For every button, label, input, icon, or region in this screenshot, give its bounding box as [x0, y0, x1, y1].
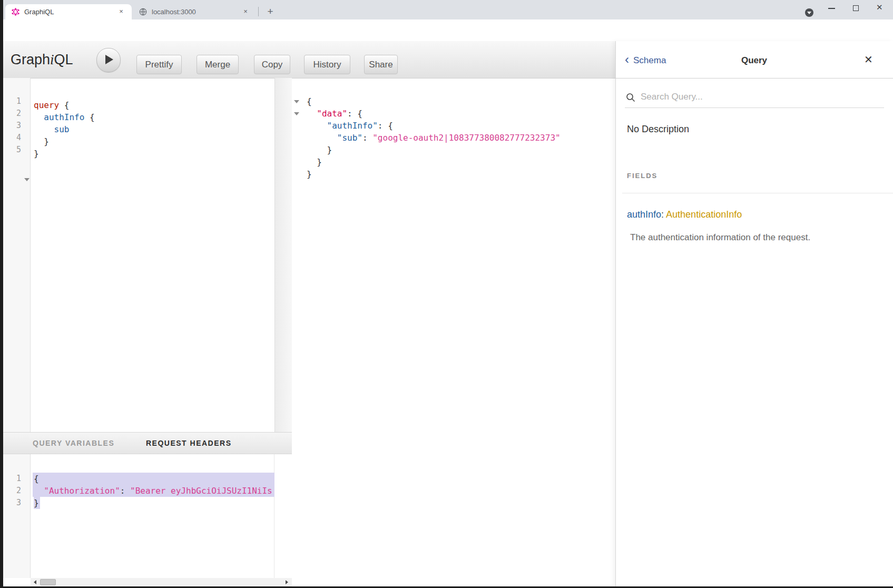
minimize-button[interactable] — [828, 8, 835, 9]
fold-arrow-icon[interactable] — [24, 178, 30, 181]
search-underline — [625, 107, 884, 108]
copy-button[interactable]: Copy — [254, 55, 290, 74]
tab-localhost[interactable]: localhost:3000 × — [133, 4, 257, 19]
chevron-down-icon — [807, 12, 811, 14]
fold-arrow-icon[interactable] — [294, 100, 299, 103]
code-line: } — [307, 156, 322, 168]
history-button[interactable]: History — [304, 55, 350, 74]
close-icon[interactable]: × — [117, 7, 125, 16]
code-line: } — [34, 148, 39, 160]
field-row: authInfo: AuthenticationInfo — [627, 209, 742, 220]
doc-explorer-header: ‹ Schema Query ✕ — [615, 41, 893, 79]
code-line: } — [34, 135, 49, 148]
tab-graphiql[interactable]: GraphiQL × — [5, 4, 132, 19]
line-number: 1 — [3, 95, 21, 107]
graphiql-logo: GraphiQL — [11, 51, 73, 68]
prettify-button[interactable]: Prettify — [136, 55, 182, 74]
execute-button[interactable] — [96, 48, 121, 72]
window-left-edge — [0, 0, 3, 588]
close-icon[interactable]: × — [241, 7, 250, 16]
line-number: 3 — [3, 120, 21, 132]
tab-separator — [258, 7, 259, 16]
play-icon — [105, 55, 113, 64]
line-number: 3 — [3, 497, 21, 509]
text-selection — [33, 473, 274, 485]
search-icon — [626, 93, 635, 102]
globe-icon — [139, 8, 147, 16]
code-line: "authInfo": { — [307, 120, 393, 132]
tab-request-headers[interactable]: REQUEST HEADERS — [146, 433, 232, 454]
doc-search-input[interactable] — [640, 90, 868, 104]
no-description-text: No Description — [627, 124, 689, 135]
line-number: 4 — [3, 132, 21, 144]
code-line: "Authorization": "Bearer eyJhbGciOiJSUzI… — [34, 485, 272, 497]
field-name-link[interactable]: authInfo — [627, 209, 661, 220]
line-number: 5 — [3, 144, 21, 156]
browser-toolbar: ← → ↻ localhost:3000 P ✚ — [0, 19, 893, 41]
line-number: 2 — [3, 485, 21, 497]
merge-button[interactable]: Merge — [197, 55, 239, 74]
graphql-logo-icon — [12, 8, 19, 16]
code-line: } — [307, 168, 312, 180]
query-editor[interactable]: query { authInfo { sub } } — [34, 78, 273, 432]
fields-heading: FIELDS — [627, 172, 658, 180]
code-line: } — [307, 144, 332, 156]
field-separator: : — [661, 209, 666, 220]
tab-search-button[interactable] — [805, 8, 813, 17]
close-icon[interactable]: ✕ — [864, 53, 873, 66]
tab-title: localhost:3000 — [152, 4, 196, 19]
request-headers-editor[interactable]: { "Authorization": "Bearer eyJhbGciOiJSU… — [31, 454, 274, 578]
horizontal-scrollbar[interactable] — [31, 578, 292, 586]
browser-tab-bar: GraphiQL × localhost:3000 × + ✕ — [0, 0, 893, 19]
code-line: { — [34, 473, 39, 485]
code-line: { — [307, 95, 312, 107]
code-line: authInfo { — [34, 111, 95, 123]
doc-title: Query — [615, 55, 893, 66]
code-line: sub — [34, 123, 69, 135]
pane-divider[interactable] — [274, 78, 292, 432]
result-viewer: { "data": { "authInfo": { "sub": "google… — [292, 78, 615, 432]
tab-title: GraphiQL — [24, 4, 54, 19]
tab-query-variables[interactable]: QUERY VARIABLES — [33, 433, 114, 454]
query-editor-gutter: 1 2 3 4 5 — [3, 78, 31, 432]
code-line: query { — [34, 99, 69, 111]
field-description: The authentication information of the re… — [630, 232, 810, 243]
share-button[interactable]: Share — [364, 55, 398, 74]
secondary-editor-titlebar: QUERY VARIABLES REQUEST HEADERS — [3, 432, 292, 454]
maximize-button[interactable] — [853, 5, 859, 11]
line-number: 1 — [3, 473, 21, 485]
code-line: } — [34, 497, 39, 509]
code-line: "data": { — [307, 107, 362, 120]
headers-editor-gutter: 1 2 3 — [3, 454, 31, 578]
browser-window: GraphiQL × localhost:3000 × + ✕ ← → ↻ — [0, 0, 893, 588]
scrollbar-thumb[interactable] — [40, 579, 56, 585]
fold-arrow-icon[interactable] — [294, 112, 299, 115]
type-name-link[interactable]: AuthenticationInfo — [666, 209, 742, 220]
line-number: 2 — [3, 107, 21, 120]
doc-explorer-panel — [615, 41, 893, 586]
code-line: "sub": "google-oauth2|108377380082777232… — [307, 132, 561, 144]
window-close-button[interactable]: ✕ — [876, 3, 883, 12]
new-tab-button[interactable]: + — [263, 5, 277, 18]
scroll-right-icon[interactable] — [286, 580, 288, 584]
fields-divider — [622, 193, 893, 193]
scroll-left-icon[interactable] — [34, 580, 36, 584]
